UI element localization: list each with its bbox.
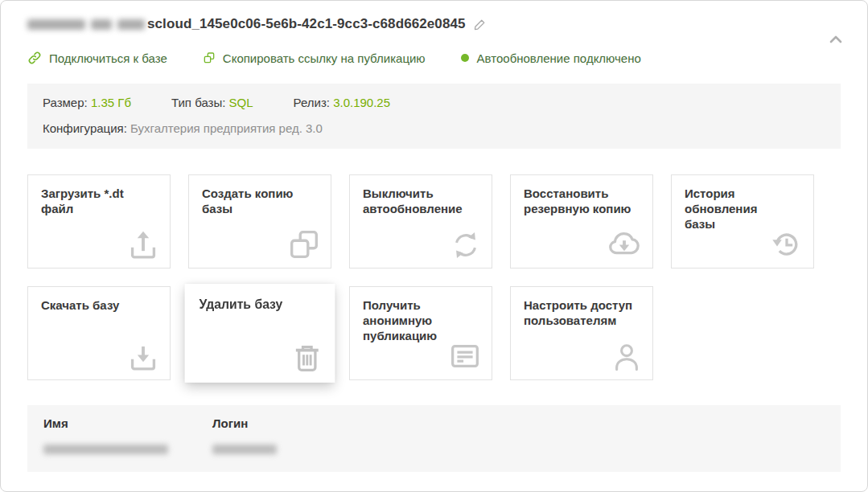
link-icon: [27, 51, 42, 65]
users-table-header: Имя Логин: [43, 416, 825, 430]
sync-icon: [448, 228, 483, 263]
size-field: Размер: 1.35 Гб: [43, 96, 131, 109]
autoupdate-status: Автообновление подключено: [461, 51, 641, 65]
release-label: Релиз:: [294, 96, 330, 109]
quick-links-bar: Подключиться к базе Скопировать ссылку н…: [27, 51, 841, 65]
redacted-text: [27, 19, 85, 30]
release-field: Релиз: 3.0.190.25: [294, 96, 390, 109]
card-label: Скачать базу: [41, 298, 157, 314]
configuration-label: Конфигурация:: [43, 121, 127, 135]
redacted-database-prefix: [27, 19, 145, 30]
database-info-panel: Размер: 1.35 Гб Тип базы: SQL Релиз: 3.0…: [27, 84, 841, 149]
card-label: Выключить автообновление: [363, 187, 479, 217]
db-type-field: Тип базы: SQL: [171, 96, 253, 109]
copy-stack-icon: [286, 226, 323, 263]
copy-link-label: Скопировать ссылку на публикацию: [223, 51, 426, 65]
connect-link-label: Подключиться к базе: [49, 51, 167, 65]
trash-icon: [289, 339, 326, 376]
upload-icon: [125, 226, 162, 263]
table-row: [43, 443, 825, 457]
redacted-text: [117, 19, 145, 30]
delete-database-card[interactable]: Удалить базу: [185, 284, 335, 383]
upload-dt-file-card[interactable]: Загрузить *.dt файл: [27, 174, 171, 269]
collapse-panel-button[interactable]: [827, 31, 845, 46]
autoupdate-status-label: Автообновление подключено: [477, 51, 641, 65]
configuration-field: Конфигурация: Бухгалтерия предприятия ре…: [43, 121, 323, 135]
update-history-card[interactable]: История обновления базы: [671, 174, 814, 269]
column-header-login: Логин: [212, 416, 825, 430]
user-icon: [609, 339, 644, 375]
restore-backup-card[interactable]: Восстановить резервную копию: [510, 174, 653, 269]
chevron-up-icon: [827, 31, 845, 46]
size-value: 1.35 Гб: [91, 96, 131, 109]
connect-to-database-link[interactable]: Подключиться к базе: [27, 51, 167, 65]
redacted-user-login: [212, 445, 277, 454]
column-header-name: Имя: [43, 416, 212, 430]
info-row-main: Размер: 1.35 Гб Тип базы: SQL Релиз: 3.0…: [43, 96, 825, 109]
disable-autoupdate-card[interactable]: Выключить автообновление: [349, 174, 492, 269]
card-label: Загрузить *.dt файл: [41, 187, 157, 217]
card-label: Восстановить резервную копию: [524, 187, 640, 217]
card-label: Удалить базу: [199, 297, 320, 313]
size-label: Размер:: [43, 96, 88, 109]
db-type-value: SQL: [229, 96, 253, 109]
panel-header: scloud_145e0c06-5e6b-42c1-9cc3-c68d662e0…: [27, 14, 841, 34]
download-database-card[interactable]: Скачать базу: [27, 286, 171, 380]
configuration-value: Бухгалтерия предприятия ред. 3.0: [130, 121, 323, 135]
release-value: 3.0.190.25: [333, 96, 390, 109]
card-label: Настроить доступ пользователям: [524, 298, 640, 329]
create-database-copy-card[interactable]: Создать копию базы: [188, 174, 331, 269]
cloud-download-icon: [604, 226, 644, 263]
action-cards-grid: Загрузить *.dt файл Создать копию базы В…: [27, 174, 841, 380]
copy-icon: [203, 51, 216, 64]
pencil-icon: [473, 18, 487, 31]
copy-publication-link[interactable]: Скопировать ссылку на публикацию: [203, 51, 426, 65]
document-icon: [446, 338, 483, 375]
configure-user-access-card[interactable]: Настроить доступ пользователям: [510, 286, 653, 380]
redacted-text: [91, 19, 112, 30]
history-icon: [768, 226, 805, 263]
card-label: Создать копию базы: [202, 187, 318, 217]
db-type-label: Тип базы:: [171, 96, 225, 109]
users-table: Имя Логин: [27, 405, 841, 472]
edit-name-button[interactable]: [473, 18, 487, 31]
download-icon: [125, 338, 162, 375]
database-panel: scloud_145e0c06-5e6b-42c1-9cc3-c68d662e0…: [0, 0, 868, 492]
redacted-user-name: [43, 445, 168, 454]
database-name: scloud_145e0c06-5e6b-42c1-9cc3-c68d662e0…: [147, 16, 466, 32]
status-dot-icon: [461, 54, 469, 62]
info-row-config: Конфигурация: Бухгалтерия предприятия ре…: [43, 121, 825, 135]
anonymous-publication-card[interactable]: Получить анонимную публикацию: [349, 286, 492, 380]
